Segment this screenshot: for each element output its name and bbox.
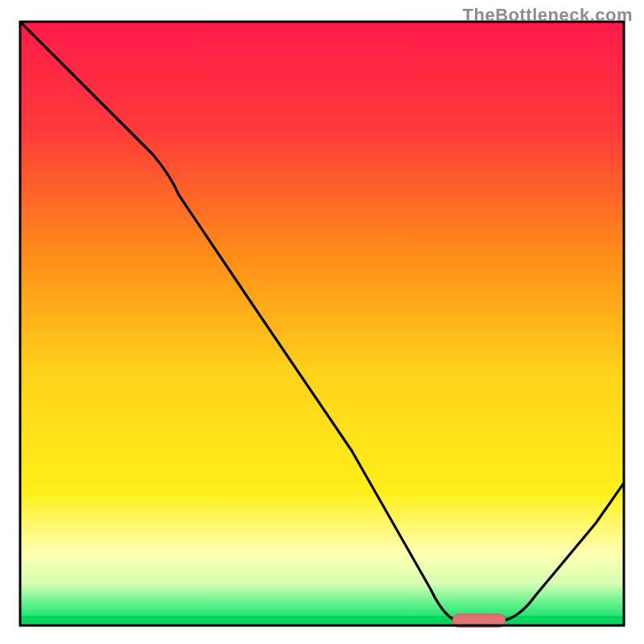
green-baseline-strip	[20, 616, 624, 625]
chart-container: TheBottleneck.com	[0, 0, 644, 644]
bottleneck-chart	[0, 0, 644, 644]
watermark-text: TheBottleneck.com	[463, 5, 633, 26]
